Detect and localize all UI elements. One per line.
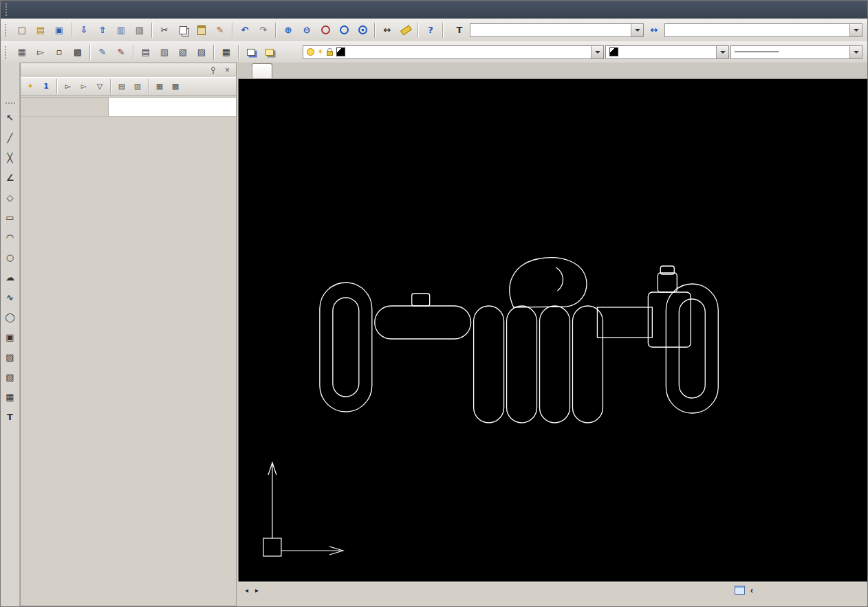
- dropdown-arrow-icon[interactable]: [849, 24, 862, 36]
- filter-button[interactable]: ▽: [92, 79, 107, 94]
- circle-button[interactable]: ○: [1, 249, 19, 266]
- linetype-combo[interactable]: [730, 45, 862, 59]
- settings-table-button[interactable]: ▩: [168, 79, 183, 94]
- logo-wireframe: [239, 79, 718, 423]
- text-button[interactable]: T: [1, 408, 19, 426]
- color-combo[interactable]: [605, 45, 729, 59]
- arc-button[interactable]: ◠: [1, 229, 19, 246]
- construction-line-button[interactable]: ╳: [1, 149, 19, 166]
- dropdown-arrow-icon[interactable]: [716, 46, 728, 58]
- layer-on-icon: [307, 48, 314, 56]
- draw-order-front-button[interactable]: ▤: [137, 43, 155, 61]
- selection-cycling-button[interactable]: ▦: [13, 43, 31, 61]
- polyline-button[interactable]: ∠: [1, 169, 19, 186]
- zoom-dynamic-button[interactable]: [335, 21, 353, 39]
- quick-select-button[interactable]: ▻: [32, 43, 50, 61]
- copy-button[interactable]: [174, 21, 192, 39]
- new-button[interactable]: □: [13, 21, 31, 39]
- menu-insert[interactable]: [53, 7, 65, 12]
- tab-scroll-right-icon[interactable]: ▸: [252, 585, 262, 596]
- dropdown-arrow-icon[interactable]: [849, 46, 862, 58]
- dimension-style-combo[interactable]: [664, 23, 862, 37]
- open-button[interactable]: ▤: [32, 21, 50, 39]
- select-all-button[interactable]: ✶: [23, 79, 38, 94]
- revision-cloud-button[interactable]: ☁: [1, 269, 19, 286]
- spline-button[interactable]: ∿: [1, 289, 19, 306]
- select-crossing-button[interactable]: ▩: [69, 43, 87, 61]
- gradient-button[interactable]: ▧: [1, 368, 19, 386]
- select-button[interactable]: ↖: [1, 109, 19, 126]
- plot-preview-icon: ▥: [117, 25, 125, 34]
- calculator-button[interactable]: ▦: [217, 43, 235, 61]
- ellipse-button[interactable]: ◯: [1, 309, 19, 326]
- menu-draw[interactable]: [92, 7, 105, 12]
- export-button[interactable]: ⇧: [94, 21, 111, 39]
- rectangle-button[interactable]: ▭: [1, 209, 19, 226]
- cut-button[interactable]: ✂: [155, 21, 173, 39]
- line-button[interactable]: ╱: [1, 129, 19, 146]
- pin-icon[interactable]: [207, 65, 219, 76]
- bottom-bar-right: ‹: [735, 585, 753, 595]
- property-value[interactable]: [109, 98, 236, 116]
- layer-combo[interactable]: ☀: [303, 45, 604, 59]
- import-button[interactable]: ⇩: [75, 21, 93, 39]
- draw-order-back-button[interactable]: ▥: [155, 43, 173, 61]
- ruler-button[interactable]: [397, 21, 415, 39]
- menu-edit[interactable]: [27, 7, 39, 12]
- clean-screen-icon[interactable]: [735, 586, 745, 595]
- zoom-window-button[interactable]: [316, 21, 334, 39]
- draw-order-above-button[interactable]: ▧: [174, 43, 192, 61]
- toolbar-separator: [213, 45, 215, 60]
- dropdown-arrow-icon[interactable]: [631, 24, 643, 36]
- menu-format[interactable]: [66, 7, 78, 12]
- layers-button[interactable]: [242, 43, 260, 61]
- zoom-extents-button[interactable]: [354, 21, 371, 39]
- quick-select-button[interactable]: ▻: [61, 79, 76, 94]
- scrollbar-left-icon[interactable]: ‹: [750, 585, 753, 595]
- draw-toolbar: ↖╱╳∠◇▭◠○☁∿◯▣▨▧▦T: [1, 63, 20, 606]
- save-button[interactable]: ▣: [50, 21, 68, 39]
- menu-help[interactable]: [144, 7, 157, 12]
- distance-button[interactable]: ↔: [378, 21, 396, 39]
- text-style-combo[interactable]: [470, 23, 644, 37]
- menu-modify[interactable]: [118, 7, 131, 12]
- hatch-icon: ▨: [6, 353, 14, 362]
- select-window-button[interactable]: ▫: [50, 43, 68, 61]
- edit-length-button[interactable]: ✎: [94, 43, 111, 61]
- undo-button[interactable]: ↶: [236, 21, 254, 39]
- menu-view[interactable]: [40, 7, 52, 12]
- import-icon: ⇩: [80, 25, 88, 34]
- menu-tools[interactable]: [79, 7, 91, 12]
- arc-icon: ◠: [7, 233, 14, 242]
- zoom-realtime-button[interactable]: ⊖: [298, 21, 316, 39]
- polygon-button[interactable]: ◇: [1, 189, 19, 206]
- menu-file[interactable]: [14, 7, 26, 12]
- redo-button[interactable]: ↷: [254, 21, 272, 39]
- plot-preview-button[interactable]: ▥: [112, 21, 130, 39]
- help-button[interactable]: ?: [422, 21, 440, 39]
- settings-grid-button[interactable]: ▦: [152, 79, 167, 94]
- insert-block-button[interactable]: ▣: [1, 329, 19, 346]
- index-1-button[interactable]: 1: [39, 79, 54, 94]
- close-icon[interactable]: ×: [221, 65, 233, 76]
- tab-scroll-left-icon[interactable]: ◂: [241, 585, 252, 596]
- paste-properties-button[interactable]: ▥: [130, 79, 145, 94]
- plot-button[interactable]: ▥: [131, 21, 149, 39]
- hatch-button[interactable]: ▨: [1, 349, 19, 366]
- table-button[interactable]: ▦: [1, 388, 19, 406]
- pan-button[interactable]: ⊕: [279, 21, 297, 39]
- draw-order-below-button[interactable]: ▨: [193, 43, 210, 61]
- drawing-canvas[interactable]: [238, 79, 868, 582]
- edit-properties-button[interactable]: ✎: [112, 43, 130, 61]
- menu-dimensions[interactable]: [105, 7, 118, 12]
- copy-properties-button[interactable]: ▤: [114, 79, 129, 94]
- text-style-button[interactable]: T: [451, 21, 468, 39]
- select-similar-button[interactable]: ▻: [76, 79, 91, 94]
- document-tab[interactable]: [252, 63, 272, 78]
- dimension-style-button[interactable]: ↔: [645, 21, 663, 39]
- paste-button[interactable]: [193, 21, 210, 39]
- dropdown-arrow-icon[interactable]: [591, 46, 603, 58]
- layer-states-button[interactable]: [261, 43, 279, 61]
- menu-raster[interactable]: [131, 7, 144, 12]
- match-properties-button[interactable]: ✎: [211, 21, 229, 39]
